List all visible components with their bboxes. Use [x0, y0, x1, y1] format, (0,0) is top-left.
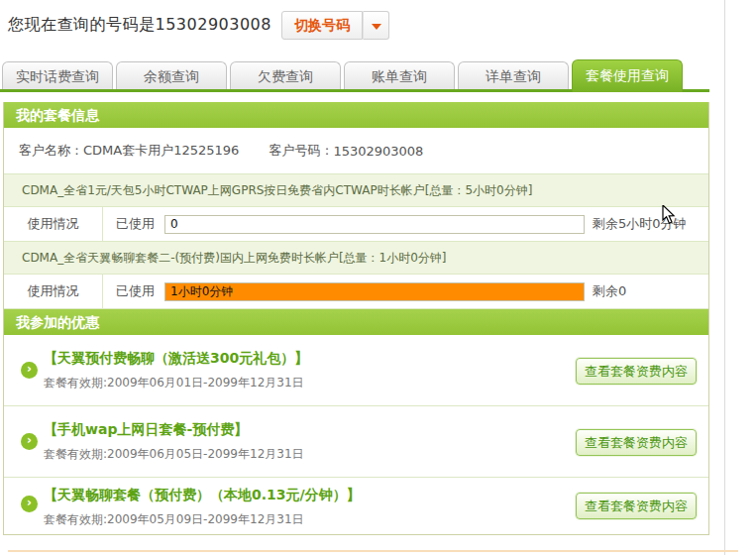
- view-package-fees-button[interactable]: 查看套餐资费内容: [576, 358, 697, 385]
- customer-number-value: 15302903008: [333, 144, 423, 159]
- customer-name-value: CDMA套卡用户12525196: [83, 142, 239, 160]
- usage-remaining: 剩余0: [593, 282, 626, 300]
- usage-remaining: 剩余5小时0分钟: [593, 215, 687, 233]
- tab-package-usage[interactable]: 套餐使用查询: [572, 59, 683, 92]
- tab-realtime-fee[interactable]: 实时话费查询: [2, 61, 113, 89]
- tab-balance[interactable]: 余额查询: [116, 61, 227, 89]
- query-number-text: 您现在查询的号码是15302903008: [8, 15, 271, 36]
- usage-label: 使用情况: [4, 275, 103, 308]
- tab-arrears[interactable]: 欠费查询: [230, 61, 341, 89]
- arrow-right-circle-icon: ›: [21, 496, 38, 512]
- chevron-down-icon: [372, 24, 381, 30]
- number-dropdown-button[interactable]: [363, 11, 389, 40]
- usage-row: 使用情况 已使用 0 剩余5小时0分钟: [4, 207, 708, 242]
- view-package-fees-button[interactable]: 查看套餐资费内容: [576, 493, 697, 519]
- customer-info-row: 客户名称：CDMA套卡用户12525196 客户号码：15302903008: [4, 128, 708, 174]
- arrow-right-circle-icon: ›: [21, 433, 38, 450]
- used-label: 已使用: [116, 215, 155, 233]
- query-number: 15302903008: [156, 15, 271, 34]
- package-title: CDMA_全省1元/天包5小时CTWAP上网GPRS按日免费省内CTWAP时长帐…: [4, 174, 708, 207]
- query-prefix: 您现在查询的号码是: [8, 15, 156, 34]
- usage-used-value: 1小时0分钟: [170, 283, 233, 300]
- switch-number-group: 切换号码: [281, 11, 389, 40]
- arrow-right-circle-icon: ›: [21, 362, 38, 379]
- my-promotions-header: 我参加的优惠: [4, 309, 708, 335]
- tab-detail-bill[interactable]: 详单查询: [458, 61, 569, 89]
- usage-row: 使用情况 已使用 1小时0分钟 剩余0: [4, 275, 708, 309]
- usage-progress-bar: 0: [164, 215, 585, 234]
- footer-divider: [8, 550, 738, 552]
- my-package-info-header: 我的套餐信息: [4, 102, 708, 128]
- query-header: 您现在查询的号码是15302903008 切换号码: [8, 11, 389, 40]
- usage-label: 使用情况: [4, 207, 103, 241]
- query-tabs: 实时话费查询 余额查询 欠费查询 账单查询 详单查询 套餐使用查询: [2, 61, 683, 92]
- package-usage-panel: 我的套餐信息 客户名称：CDMA套卡用户12525196 客户号码：153029…: [3, 102, 709, 535]
- page-right-border: [724, 0, 725, 555]
- package-title: CDMA_全省天翼畅聊套餐二-(预付费)国内上网免费时长帐户[总量：1小时0分钟…: [4, 242, 708, 275]
- promotion-row: › 【天翼畅聊套餐（预付费）（本地0.13元/分钟）】 套餐有效期:2009年0…: [4, 478, 708, 534]
- customer-number-label: 客户号码：: [269, 142, 333, 160]
- tab-bill[interactable]: 账单查询: [344, 61, 455, 89]
- used-label: 已使用: [116, 282, 155, 300]
- usage-used-value: 0: [170, 217, 178, 231]
- switch-number-button[interactable]: 切换号码: [281, 11, 363, 40]
- usage-progress-bar: 1小时0分钟: [164, 282, 585, 301]
- view-package-fees-button[interactable]: 查看套餐资费内容: [576, 429, 697, 456]
- promotion-row: › 【天翼预付费畅聊（激活送300元礼包）】 套餐有效期:2009年06月01日…: [4, 335, 708, 406]
- promotion-row: › 【手机wap上网日套餐-预付费】 套餐有效期:2009年06月05日-209…: [4, 406, 708, 478]
- customer-name-label: 客户名称：: [19, 142, 83, 160]
